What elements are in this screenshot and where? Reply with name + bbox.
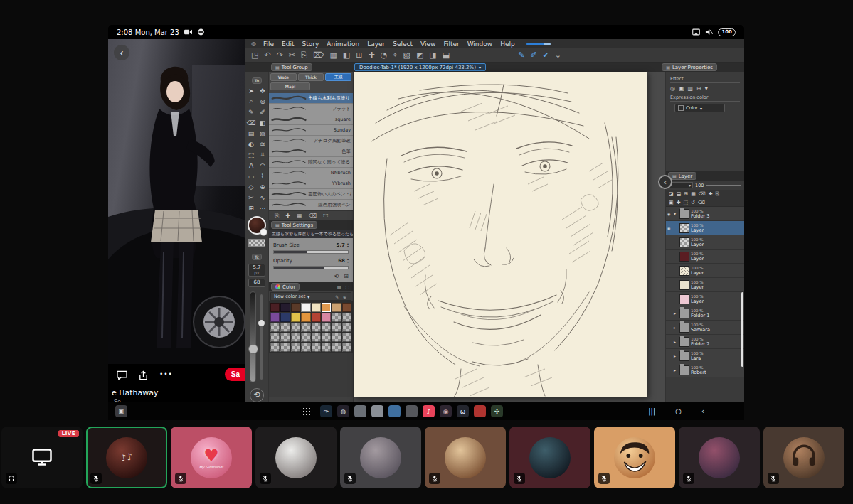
tool-icon-20[interactable]: ✂ (245, 192, 257, 203)
toolbar-icon-2[interactable]: ↷ (277, 50, 283, 60)
color-swatch[interactable] (301, 343, 310, 352)
folder-chevron-icon[interactable]: ▸ (674, 325, 678, 330)
color-swatch[interactable] (301, 333, 310, 342)
color-swatch[interactable] (301, 303, 310, 312)
folder-chevron-icon[interactable]: ▸ (674, 353, 678, 358)
layer-toolbar2-icon-1[interactable]: ✚ (677, 200, 681, 205)
folder-chevron-icon[interactable]: ▸ (674, 368, 678, 372)
back-button[interactable]: ‹ (114, 45, 129, 60)
tool-icon-10[interactable]: ◐ (245, 139, 257, 149)
music-app[interactable]: ♪ (423, 405, 435, 417)
layer-toolbar-icon-3[interactable]: ▦ (691, 191, 696, 197)
layer-toolbar2-icon-4[interactable]: ⌫ (698, 200, 705, 205)
tool-icon-0[interactable]: ➤ (245, 85, 257, 96)
color-swatch[interactable] (332, 303, 341, 312)
drawing-canvas[interactable] (354, 72, 647, 397)
layer-row[interactable]: ▸100 %Folder 2 (666, 335, 744, 349)
color-swatch[interactable] (312, 313, 321, 322)
app-icon-10[interactable] (474, 405, 486, 417)
toolbar-icon-9[interactable]: ✚ (368, 50, 374, 60)
layer-row[interactable]: 100 %Layer (666, 235, 744, 250)
layer-row[interactable]: ▸100 %Robert (666, 363, 744, 377)
layer-toolbar-icon-1[interactable]: ⬓ (677, 191, 682, 197)
layer-panel-tab[interactable]: ▤Layer (668, 172, 696, 180)
color-swatch[interactable] (301, 323, 310, 332)
color-swatch[interactable] (312, 343, 321, 352)
color-swatch[interactable] (270, 333, 280, 342)
layer-toolbar2-icon-2[interactable]: ⬚ (684, 200, 689, 205)
color-swatch[interactable] (342, 333, 351, 342)
participant-tile[interactable] (763, 427, 844, 488)
tool-icon-3[interactable]: ⊚ (257, 96, 268, 107)
app-icon-2[interactable]: ◍ (337, 405, 349, 417)
tool-icon-13[interactable]: ⌗ (257, 149, 268, 160)
brush-item[interactable]: YYbrush (269, 178, 353, 189)
tool-icon-16[interactable]: ▭ (245, 171, 257, 181)
color-swatch[interactable] (291, 313, 300, 322)
app-icon-3[interactable] (354, 405, 366, 417)
stepper-icon[interactable]: ▴▾ (347, 258, 349, 263)
back-button[interactable]: ‹ (701, 407, 704, 415)
menu-item-edit[interactable]: Edit (282, 41, 294, 48)
toolbar-icon-14[interactable]: ◨ (429, 50, 436, 60)
participant-tile[interactable] (425, 427, 506, 488)
participant-tile[interactable] (340, 427, 421, 488)
layer-properties-panel-tab[interactable]: ▤Layer Properties (662, 63, 717, 71)
layer-row[interactable]: ▸100 %Folder 1 (666, 306, 744, 321)
toolbar-icon-17[interactable]: ✐ (530, 50, 536, 60)
main-color-swatch[interactable] (248, 216, 266, 235)
menu-item-view[interactable]: View (420, 41, 435, 48)
layer-row[interactable]: 100 %Layer (666, 278, 744, 292)
tool-icon-11[interactable]: ≋ (257, 139, 268, 149)
tool-settings-panel-tab[interactable]: ▤Tool Settings (271, 221, 317, 229)
tool-icon-1[interactable]: ✥ (257, 85, 268, 96)
color-swatch[interactable] (312, 333, 321, 342)
brush-item[interactable]: フラット (269, 104, 353, 114)
tool-icon-17[interactable]: ⌇ (257, 171, 268, 181)
toolbar-icon-15[interactable]: ⬓ (443, 50, 450, 60)
color-swatch[interactable] (280, 343, 290, 352)
tool-icon-15[interactable]: ◠ (257, 160, 268, 171)
toolbar-icon-3[interactable]: ✂ (289, 50, 295, 60)
comment-icon[interactable] (117, 370, 127, 380)
toolbar-icon-5[interactable]: ⌦ (313, 50, 324, 60)
brush-footer-icon-1[interactable]: ✚ (285, 213, 290, 219)
toolbar-icon-12[interactable]: ▧ (403, 50, 410, 60)
opacity-slider-track[interactable] (273, 266, 349, 269)
tool-icon-4[interactable]: ✎ (245, 107, 257, 117)
sub-color-swatch[interactable] (260, 228, 267, 236)
menu-item-file[interactable]: File (263, 41, 274, 48)
panel-collapse-handle[interactable]: ‹ (658, 175, 672, 189)
brush-item[interactable]: 色筆 (269, 146, 353, 157)
brush-item[interactable]: アナログ風鉛筆改 (269, 136, 353, 146)
toolbar-icon-13[interactable]: ◩ (416, 50, 423, 60)
layer-toolbar-icon-5[interactable]: ✚ (709, 191, 713, 197)
tool-icon-22[interactable]: ⊞ (245, 203, 257, 213)
menu-item-layer[interactable]: Layer (367, 41, 385, 48)
color-swatch[interactable] (301, 313, 310, 322)
color-swatch[interactable] (342, 313, 351, 322)
color-swatch[interactable] (270, 303, 280, 312)
rotate-reset-icon[interactable]: ⟲ (250, 388, 264, 402)
tool-icon-19[interactable]: ⊕ (257, 181, 268, 192)
layer-visibility-icon[interactable]: ◉ (667, 226, 672, 230)
color-swatch[interactable] (312, 323, 321, 332)
effect-icon-3[interactable]: ⊞ (696, 85, 701, 92)
layer-toolbar2-icon-3[interactable]: ↺ (691, 200, 695, 205)
brush-footer-icon-0[interactable]: ⎘ (275, 213, 279, 220)
color-swatch[interactable] (322, 333, 331, 342)
toolbar-icon-6[interactable]: ▦ (329, 50, 337, 60)
layer-row[interactable]: ◉100 %Layer (666, 221, 744, 235)
brush-preset-tab[interactable]: 主線 (325, 73, 351, 81)
color-swatch[interactable] (270, 313, 280, 322)
participant-tile[interactable] (509, 427, 590, 488)
color-swatch[interactable] (332, 323, 341, 332)
add-setting-icon[interactable]: ⊞ (344, 273, 349, 279)
layer-scrollbar[interactable] (741, 292, 743, 367)
folder-chevron-icon[interactable]: ▾ (674, 211, 678, 216)
brush-size-slider-track[interactable] (273, 250, 349, 254)
brush-item[interactable]: 線画用強弱ペン (269, 200, 353, 210)
discord-app[interactable]: ω (457, 405, 469, 417)
toolbar-icon-8[interactable]: ⊞ (356, 50, 362, 60)
color-panel-icons[interactable]: ▤ ⬚ (337, 284, 351, 289)
